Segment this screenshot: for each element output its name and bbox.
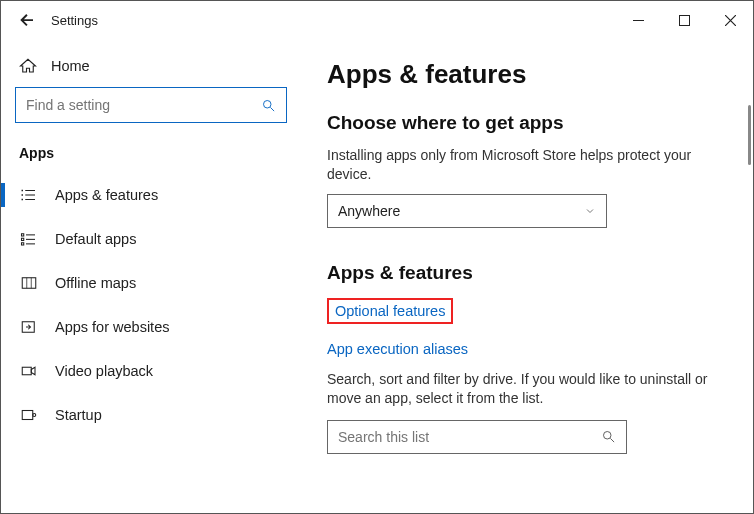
search-app-list[interactable] <box>327 420 627 454</box>
category-title: Apps <box>19 145 287 161</box>
svg-rect-22 <box>22 411 33 420</box>
nav-label: Apps for websites <box>55 319 169 335</box>
close-icon <box>725 15 736 26</box>
nav-apps-features[interactable]: Apps & features <box>15 173 287 217</box>
svg-line-25 <box>610 438 614 442</box>
svg-rect-21 <box>22 367 31 375</box>
svg-point-23 <box>33 414 36 417</box>
nav-list: Apps & features Default apps Offline map… <box>15 173 287 437</box>
close-button[interactable] <box>707 4 753 36</box>
svg-point-24 <box>604 432 612 440</box>
find-setting-search[interactable] <box>15 87 287 123</box>
app-source-dropdown[interactable]: Anywhere <box>327 194 607 228</box>
maximize-button[interactable] <box>661 4 707 36</box>
main-panel: Apps & features Choose where to get apps… <box>301 39 753 514</box>
svg-rect-10 <box>22 190 24 192</box>
chevron-down-icon <box>584 205 596 217</box>
home-label: Home <box>51 58 90 74</box>
defaults-icon <box>19 230 39 248</box>
svg-rect-0 <box>633 20 644 21</box>
svg-line-3 <box>270 107 274 111</box>
page-heading: Apps & features <box>327 59 727 90</box>
svg-rect-15 <box>22 238 24 240</box>
svg-rect-11 <box>22 194 24 196</box>
scrollbar[interactable] <box>748 105 751 165</box>
svg-point-2 <box>264 100 272 108</box>
home-icon <box>19 57 37 75</box>
search-icon <box>601 429 616 444</box>
nav-label: Apps & features <box>55 187 158 203</box>
startup-icon <box>19 406 39 424</box>
home-button[interactable]: Home <box>15 51 287 85</box>
optional-features-highlight: Optional features <box>327 298 453 324</box>
app-execution-aliases-link[interactable]: App execution aliases <box>327 341 468 357</box>
maximize-icon <box>679 15 690 26</box>
search-input[interactable] <box>26 97 261 113</box>
section-choose-apps-title: Choose where to get apps <box>327 112 727 134</box>
nav-video-playback[interactable]: Video playback <box>15 349 287 393</box>
nav-label: Default apps <box>55 231 136 247</box>
minimize-icon <box>633 15 644 26</box>
search-app-input[interactable] <box>338 429 601 445</box>
open-external-icon <box>19 318 39 336</box>
nav-label: Video playback <box>55 363 153 379</box>
nav-startup[interactable]: Startup <box>15 393 287 437</box>
map-icon <box>19 274 39 292</box>
optional-features-link[interactable]: Optional features <box>335 303 445 319</box>
svg-rect-1 <box>679 15 689 25</box>
window-controls <box>615 4 753 36</box>
minimize-button[interactable] <box>615 4 661 36</box>
dropdown-value: Anywhere <box>338 203 400 219</box>
nav-label: Startup <box>55 407 102 423</box>
video-icon <box>19 362 39 380</box>
nav-apps-websites[interactable]: Apps for websites <box>15 305 287 349</box>
svg-rect-17 <box>22 243 24 245</box>
window-title: Settings <box>51 13 98 28</box>
sidebar: Home Apps Apps & features Defa <box>1 39 301 514</box>
section-choose-apps-desc: Installing apps only from Microsoft Stor… <box>327 146 727 184</box>
title-bar: Settings <box>1 1 753 39</box>
nav-default-apps[interactable]: Default apps <box>15 217 287 261</box>
back-button[interactable] <box>7 1 47 39</box>
section-apps-features-title: Apps & features <box>327 262 727 284</box>
nav-label: Offline maps <box>55 275 136 291</box>
nav-offline-maps[interactable]: Offline maps <box>15 261 287 305</box>
arrow-left-icon <box>18 11 36 29</box>
search-icon <box>261 98 276 113</box>
svg-rect-13 <box>22 234 24 236</box>
svg-rect-19 <box>22 278 36 289</box>
list-icon <box>19 186 39 204</box>
apps-features-desc: Search, sort and filter by drive. If you… <box>327 370 727 408</box>
svg-rect-12 <box>22 199 24 201</box>
